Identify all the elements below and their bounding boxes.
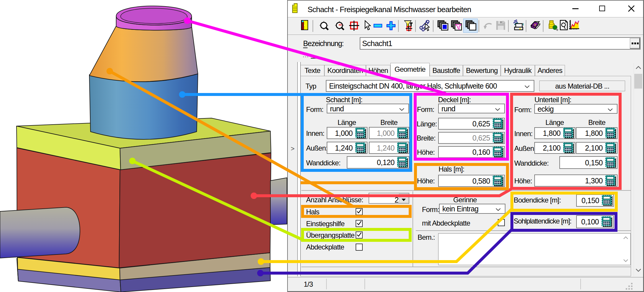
svg-text:3D: 3D xyxy=(339,23,342,26)
svg-text:?: ? xyxy=(534,23,536,27)
